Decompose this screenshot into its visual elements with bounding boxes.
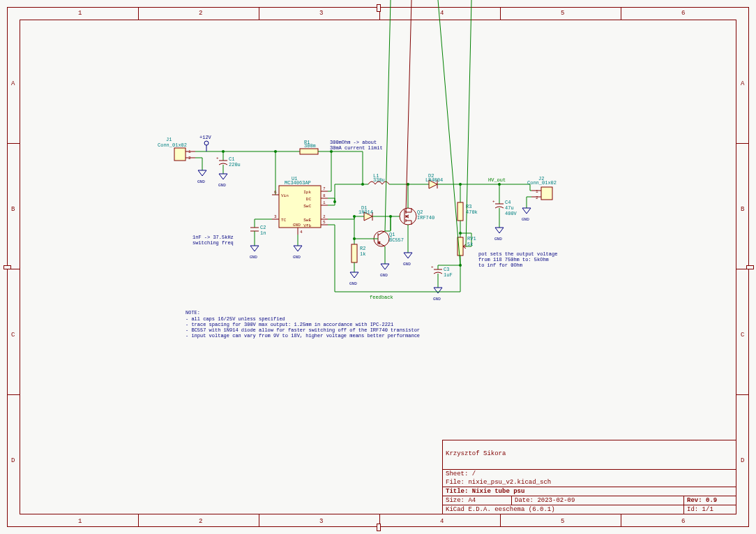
svg-text:LN4004: LN4004 <box>425 177 443 183</box>
component-j1: J1 Conn_01x02 1 2 <box>158 137 195 161</box>
gnd-c1: GND <box>218 174 227 188</box>
svg-text:300m: 300m <box>304 143 316 149</box>
svg-text:BC557: BC557 <box>389 237 404 243</box>
title-author: Krzysztof Sikora <box>443 440 736 469</box>
title-tool: KiCad E.D.A. eeschema (6.0.1) <box>443 505 683 514</box>
component-j2: J2 Conn_01x02 1 2 <box>527 176 557 200</box>
svg-rect-66 <box>541 187 552 200</box>
svg-text:Vin: Vin <box>281 193 289 198</box>
title-rev: Rev: 0.9 <box>683 496 736 505</box>
svg-rect-0 <box>174 148 186 161</box>
svg-line-126 <box>385 0 391 231</box>
svg-text:GND: GND <box>349 281 357 286</box>
svg-text:C4: C4 <box>505 200 511 205</box>
svg-text:1N914: 1N914 <box>358 209 373 215</box>
title-date: Date: 2023-02-09 <box>511 496 683 505</box>
svg-text:330u: 330u <box>373 177 385 183</box>
gnd-r2: GND <box>349 272 358 286</box>
svg-text:HV_out: HV_out <box>488 177 506 183</box>
component-u1: U1 MC34063AP Vin6 TC3 Ipk7 DC8 SwC1 SwE2… <box>272 176 328 235</box>
title-title: Title: Nixie tube psu <box>446 488 733 495</box>
gnd-q2: GND <box>403 253 412 267</box>
svg-text:GND: GND <box>433 297 441 302</box>
svg-text:+12V: +12V <box>199 135 212 140</box>
svg-text:+: + <box>431 265 434 269</box>
component-l1: L1 330u <box>368 173 408 184</box>
title-file: File: nixie_psu_v2.kicad_sch <box>443 478 736 487</box>
component-q2: Q2 IRF740 <box>391 0 434 253</box>
svg-line-109 <box>406 0 411 212</box>
svg-text:220u: 220u <box>229 162 241 168</box>
svg-text:R2: R2 <box>360 246 365 251</box>
svg-rect-83 <box>458 202 463 221</box>
component-c2: C2 1n <box>250 219 272 246</box>
note-r1: 300mOhm -> about30mA current limit <box>330 140 383 151</box>
svg-text:8: 8 <box>323 193 326 198</box>
svg-text:SwE: SwE <box>303 218 311 223</box>
component-r1: R1 300m <box>300 140 331 154</box>
title-id: Id: 1/1 <box>683 505 736 514</box>
title-size: Size: A4 <box>443 496 511 505</box>
svg-text:GND: GND <box>293 255 301 260</box>
component-r2: R2 1k <box>351 239 365 272</box>
svg-text:GND: GND <box>293 223 301 228</box>
gnd-j1: GND <box>197 170 206 184</box>
svg-text:Vfb: Vfb <box>303 223 311 228</box>
svg-text:4: 4 <box>300 230 303 235</box>
svg-text:TC: TC <box>281 218 287 223</box>
svg-text:47u: 47u <box>505 205 514 211</box>
svg-text:5: 5 <box>323 220 326 225</box>
gnd-q1: GND <box>380 264 389 278</box>
gnd-u1: GND <box>293 246 302 260</box>
component-c1: + C1 220u <box>216 151 241 174</box>
svg-text:5k: 5k <box>467 242 473 247</box>
svg-text:GND: GND <box>403 262 411 267</box>
svg-text:GND: GND <box>250 255 257 260</box>
gnd-j2: GND <box>522 208 531 222</box>
gnd-c4: GND <box>494 228 504 242</box>
svg-text:7: 7 <box>323 186 326 191</box>
svg-text:GND: GND <box>197 179 205 184</box>
title-block: Krzysztof Sikora Sheet: / File: nixie_ps… <box>442 440 736 514</box>
svg-text:C3: C3 <box>444 267 449 272</box>
svg-point-8 <box>204 141 209 145</box>
svg-text:1n: 1n <box>260 230 266 236</box>
gnd-c2: GND <box>250 246 259 260</box>
net-hvout: HV_out <box>460 177 530 184</box>
svg-text:3: 3 <box>274 214 277 219</box>
svg-text:1uF: 1uF <box>444 272 453 278</box>
svg-text:+: + <box>216 156 219 161</box>
svg-point-23 <box>274 150 277 153</box>
svg-text:1: 1 <box>536 189 538 194</box>
svg-text:GND: GND <box>380 273 388 278</box>
svg-text:1: 1 <box>323 200 326 205</box>
svg-rect-134 <box>351 244 357 262</box>
svg-text:GND: GND <box>522 217 529 222</box>
svg-text:GND: GND <box>218 183 226 188</box>
svg-text:2: 2 <box>323 214 326 219</box>
power-12v: +12V <box>199 135 212 151</box>
notes-block: NOTE: - all caps 16/25V unless specified… <box>186 310 423 339</box>
svg-point-93 <box>459 232 462 235</box>
svg-text:SwC: SwC <box>303 204 311 209</box>
svg-text:Q2: Q2 <box>417 209 423 215</box>
component-q1: Q1 BC557 <box>370 0 404 264</box>
component-r3: R3 470k <box>458 184 478 233</box>
svg-text:DC: DC <box>306 197 312 202</box>
svg-text:Ipk: Ipk <box>303 190 311 195</box>
svg-text:2: 2 <box>536 195 538 200</box>
note-rv1: pot sets the output voltagefrom 118 750h… <box>478 251 557 268</box>
svg-text:470k: 470k <box>466 209 478 215</box>
gnd-c3: GND <box>433 288 442 302</box>
svg-text:Conn_01x02: Conn_01x02 <box>527 180 557 186</box>
svg-rect-19 <box>300 149 318 154</box>
svg-text:RV1: RV1 <box>467 236 476 242</box>
svg-text:GND: GND <box>494 237 502 242</box>
svg-text:6: 6 <box>274 190 277 195</box>
svg-text:MC34063AP: MC34063AP <box>285 180 311 186</box>
title-sheet: Sheet: / <box>443 469 736 478</box>
svg-point-52 <box>333 200 336 203</box>
svg-line-94 <box>438 0 460 265</box>
component-c3: + C3 1uF <box>431 0 460 288</box>
note-c2: 1nF -> 37.5kHzswitching freq <box>192 235 234 246</box>
